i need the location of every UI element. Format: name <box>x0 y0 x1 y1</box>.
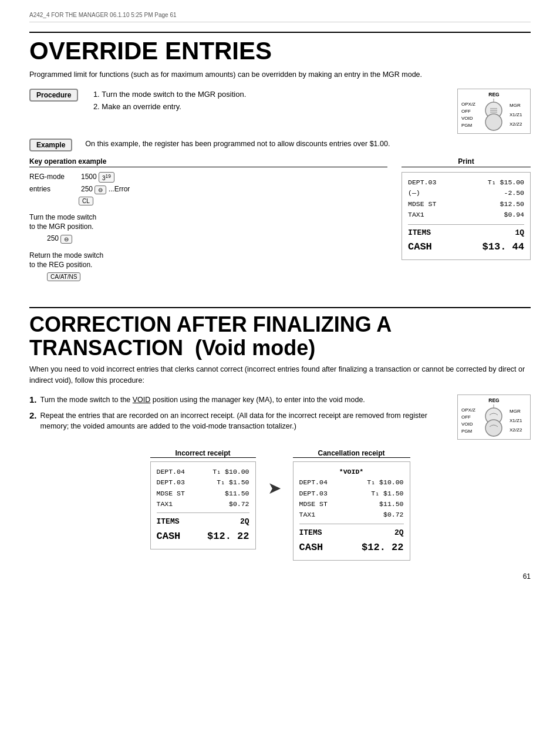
ir1-l: DEPT.04 <box>157 467 185 477</box>
key-op-row-1: REG-mode 1500 319 <box>29 172 387 183</box>
reg-value-row: CA/AT/NS <box>47 272 387 281</box>
key-op-section: Key operation example REG-mode 1500 319 … <box>29 157 387 284</box>
example-text: On this example, the register has been p… <box>85 139 390 150</box>
cr-row2: DEPT.03 T₁ $1.50 <box>299 488 404 499</box>
r-cash-label: CASH <box>408 239 432 255</box>
procedure-steps: Turn the mode switch to the MGR position… <box>91 89 246 113</box>
cr1-l: DEPT.04 <box>299 477 328 488</box>
cr-cash-l: CASH <box>299 539 323 555</box>
cr-cash-row: CASH $12. 22 <box>299 539 404 555</box>
ir-row1: DEPT.04 T₁ $10.00 <box>157 467 249 477</box>
incorrect-receipt-box: DEPT.04 T₁ $10.00 DEPT.03 T₁ $1.50 MDSE … <box>150 461 256 550</box>
cr-row1: DEPT.04 T₁ $10.00 <box>299 477 404 488</box>
r4-right: $0.94 <box>504 210 524 220</box>
step-text-1: Turn the mode switch to the VOID positio… <box>41 394 365 406</box>
arrow-col: ➤ <box>268 449 281 498</box>
ir-row2: DEPT.03 T₁ $1.50 <box>157 477 249 488</box>
example-label: Example <box>29 139 72 151</box>
ir-cash-r: $12. 22 <box>207 528 249 544</box>
ir-divider <box>157 512 249 513</box>
ir4-r: $0.72 <box>229 499 249 510</box>
receipt-row-cash: CASH $13. 44 <box>408 239 524 255</box>
procedure-row: Procedure Turn the mode switch to the MG… <box>29 89 531 134</box>
r4-left: TAX1 <box>408 210 424 220</box>
ir2-r: T₁ $1.50 <box>217 477 249 488</box>
ir-cash-l: CASH <box>157 528 181 544</box>
receipt-row-2: (—) -2.50 <box>408 188 524 198</box>
section1-divider <box>29 32 531 33</box>
ir2-l: DEPT.03 <box>157 477 185 488</box>
mgr-value: 250 ⊖ <box>47 234 72 243</box>
switch2-svg <box>481 404 507 437</box>
cr4-l: TAX1 <box>299 510 316 520</box>
ir3-r: $11.50 <box>225 488 249 499</box>
r1-right: T₁ $15.00 <box>488 177 524 188</box>
cr3-l: MDSE ST <box>299 499 328 510</box>
cr-items-row: ITEMS 2Q <box>299 527 404 539</box>
procedure-step-2: Make an override entry. <box>102 101 246 113</box>
svg-point-8 <box>485 420 502 436</box>
key-print-layout: Key operation example REG-mode 1500 319 … <box>29 157 531 284</box>
receipt-row-1: DEPT.03 T₁ $15.00 <box>408 177 524 188</box>
incorrect-receipt-title: Incorrect receipt <box>150 449 256 458</box>
section2-intro: When you need to void incorrect entries … <box>29 364 531 386</box>
procedure-step-1: Turn the mode switch to the MGR position… <box>102 89 246 101</box>
key-btn-cl: CL <box>79 197 93 205</box>
receipt-row-4: TAX1 $0.94 <box>408 210 524 220</box>
switch-x1z1: X1/Z1 <box>510 112 527 117</box>
r1-left: DEPT.03 <box>408 177 436 188</box>
turn-mgr-text: Turn the mode switchto the MGR position. <box>29 213 387 232</box>
key-op-title: Key operation example <box>29 157 387 167</box>
section1-intro: Programmed limit for functions (such as … <box>29 69 531 80</box>
switch2-x2z2: X2/Z2 <box>510 427 527 433</box>
switch2-mgr: MGR <box>510 409 527 414</box>
page-number: 61 <box>29 572 531 581</box>
key-value-1: 1500 319 <box>81 172 114 183</box>
switch2-x1z1: X1/Z1 <box>510 418 527 423</box>
step-num-1: 1. <box>29 394 37 405</box>
svg-point-2 <box>485 114 502 130</box>
header-left: A242_4 FOR THE MANAGER 06.1.10 5:25 PM P… <box>29 12 177 18</box>
print-title: Print <box>402 157 531 167</box>
section2-title: CORRECTION AFTER FINALIZING ATRANSACTION… <box>29 313 531 359</box>
switch2-void: VOID <box>461 421 478 427</box>
cr-row4: TAX1 $0.72 <box>299 510 404 520</box>
cr4-r: $0.72 <box>383 510 404 520</box>
mgr-value-row: 250 ⊖ <box>47 234 387 243</box>
cr-items-r: 2Q <box>394 527 404 539</box>
section2-steps-layout: 1. Turn the mode switch to the VOID posi… <box>29 394 531 440</box>
switch-top-label: REG <box>461 92 527 97</box>
receipt-box-1: DEPT.03 T₁ $15.00 (—) -2.50 MDSE ST $12.… <box>402 172 531 261</box>
cr-row3: MDSE ST $11.50 <box>299 499 404 510</box>
cr2-l: DEPT.03 <box>299 488 328 499</box>
receipt-row-items: ITEMS 1Q <box>408 227 524 240</box>
cr-void: *VOID* <box>339 467 363 477</box>
step-row-1: 1. Turn the mode switch to the VOID posi… <box>29 394 446 406</box>
page: A242_4 FOR THE MANAGER 06.1.10 5:25 PM P… <box>0 0 560 742</box>
switch-void: VOID <box>461 116 478 121</box>
ir4-l: TAX1 <box>157 499 173 510</box>
r3-left: MDSE ST <box>408 199 436 210</box>
receipt-divider1 <box>408 224 524 225</box>
cr2-r: T₁ $1.50 <box>371 488 403 499</box>
key-label-1: REG-mode <box>29 173 76 181</box>
r3-right: $12.50 <box>500 199 524 210</box>
cr-cash-r: $12. 22 <box>362 539 403 555</box>
receipts-comparison-row: Incorrect receipt DEPT.04 T₁ $10.00 DEPT… <box>29 449 531 561</box>
step-num-2: 2. <box>29 410 37 421</box>
header-bar: A242_4 FOR THE MANAGER 06.1.10 5:25 PM P… <box>29 12 531 22</box>
step-text-2: Repeat the entries that are recorded on … <box>41 410 446 433</box>
switch2-opxz: OPX/Z <box>461 407 478 413</box>
ir-row3: MDSE ST $11.50 <box>157 488 249 499</box>
return-reg-text: Return the mode switchto the REG positio… <box>29 251 387 271</box>
cancellation-receipt-title: Cancellation receipt <box>293 449 410 458</box>
switch-svg <box>481 99 507 131</box>
switch-x2z2: X2/Z2 <box>510 122 527 127</box>
cancellation-receipt-box: *VOID* DEPT.04 T₁ $10.00 DEPT.03 T₁ $1.5… <box>293 461 410 561</box>
switch-opxz: OPX/Z <box>461 102 478 107</box>
ir-row4: TAX1 $0.72 <box>157 499 249 510</box>
section2-wrapper: CORRECTION AFTER FINALIZING ATRANSACTION… <box>29 307 531 561</box>
cr-void-row: *VOID* <box>299 467 404 477</box>
procedure-label: Procedure <box>29 89 78 102</box>
arrow-icon: ➤ <box>268 478 281 498</box>
